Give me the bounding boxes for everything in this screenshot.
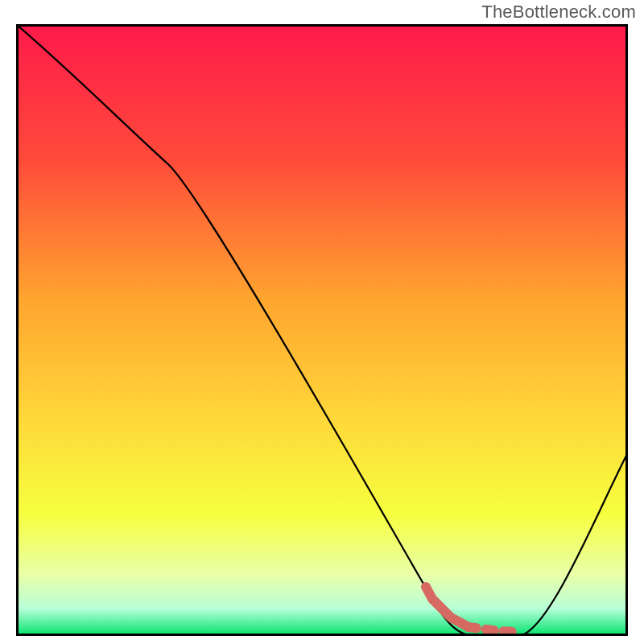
- chart-background-gradient: [16, 24, 628, 636]
- watermark-text: TheBottleneck.com: [481, 2, 636, 23]
- bottleneck-chart: [16, 24, 628, 636]
- optimal-zone-dashed: [469, 627, 518, 632]
